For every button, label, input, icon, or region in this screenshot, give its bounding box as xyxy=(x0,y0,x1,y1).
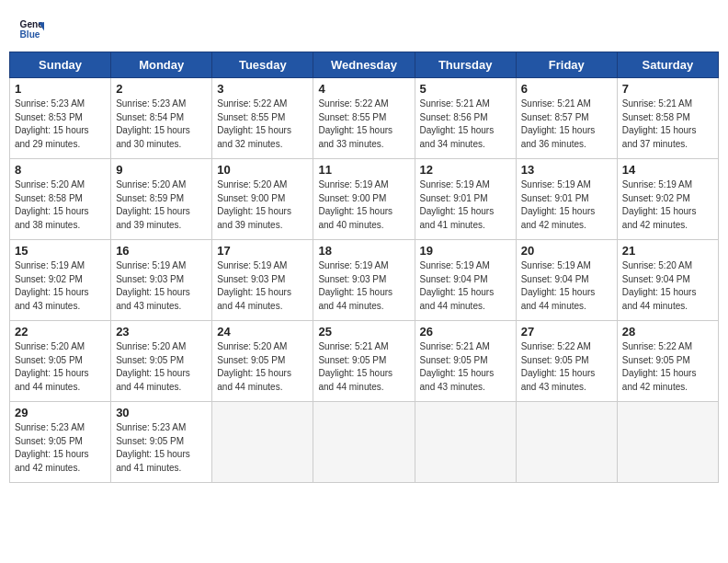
calendar-cell: 10 Sunrise: 5:20 AMSunset: 9:00 PMDaylig… xyxy=(212,159,313,240)
day-info: Sunrise: 5:19 AMSunset: 9:02 PMDaylight:… xyxy=(15,260,89,311)
day-info: Sunrise: 5:19 AMSunset: 9:03 PMDaylight:… xyxy=(116,260,190,311)
day-info: Sunrise: 5:23 AMSunset: 9:05 PMDaylight:… xyxy=(15,422,89,473)
calendar-cell: 27 Sunrise: 5:22 AMSunset: 9:05 PMDaylig… xyxy=(516,321,617,402)
day-number: 14 xyxy=(622,163,713,177)
calendar-cell: 17 Sunrise: 5:19 AMSunset: 9:03 PMDaylig… xyxy=(212,240,313,321)
calendar-cell: 2 Sunrise: 5:23 AMSunset: 8:54 PMDayligh… xyxy=(111,78,212,159)
day-number: 18 xyxy=(318,244,409,258)
day-number: 13 xyxy=(521,163,612,177)
day-number: 10 xyxy=(217,163,308,177)
day-number: 1 xyxy=(15,82,106,96)
calendar-week-row: 1 Sunrise: 5:23 AMSunset: 8:53 PMDayligh… xyxy=(10,78,719,159)
day-number: 30 xyxy=(116,406,207,419)
calendar-cell: 12 Sunrise: 5:19 AMSunset: 9:01 PMDaylig… xyxy=(415,159,516,240)
day-info: Sunrise: 5:21 AMSunset: 9:05 PMDaylight:… xyxy=(420,341,495,392)
day-info: Sunrise: 5:19 AMSunset: 9:03 PMDaylight:… xyxy=(318,260,392,311)
calendar-cell: 30 Sunrise: 5:23 AMSunset: 9:05 PMDaylig… xyxy=(111,402,212,483)
day-info: Sunrise: 5:21 AMSunset: 9:05 PMDaylight:… xyxy=(318,341,392,392)
calendar-cell: 21 Sunrise: 5:20 AMSunset: 9:04 PMDaylig… xyxy=(617,240,718,321)
calendar-week-row: 29 Sunrise: 5:23 AMSunset: 9:05 PMDaylig… xyxy=(10,402,719,483)
day-info: Sunrise: 5:21 AMSunset: 8:56 PMDaylight:… xyxy=(420,98,495,149)
calendar-cell: 8 Sunrise: 5:20 AMSunset: 8:58 PMDayligh… xyxy=(10,159,111,240)
calendar-cell: 29 Sunrise: 5:23 AMSunset: 9:05 PMDaylig… xyxy=(10,402,111,483)
calendar-cell: 25 Sunrise: 5:21 AMSunset: 9:05 PMDaylig… xyxy=(313,321,415,402)
calendar-cell: 18 Sunrise: 5:19 AMSunset: 9:03 PMDaylig… xyxy=(313,240,415,321)
day-info: Sunrise: 5:22 AMSunset: 8:55 PMDaylight:… xyxy=(217,98,291,149)
col-header-monday: Monday xyxy=(111,52,212,78)
day-number: 6 xyxy=(521,82,612,96)
calendar-header-row: SundayMondayTuesdayWednesdayThursdayFrid… xyxy=(10,52,719,78)
day-number: 27 xyxy=(521,325,612,339)
day-number: 26 xyxy=(420,325,511,339)
day-number: 20 xyxy=(521,244,612,258)
calendar-cell: 23 Sunrise: 5:20 AMSunset: 9:05 PMDaylig… xyxy=(111,321,212,402)
calendar-week-row: 15 Sunrise: 5:19 AMSunset: 9:02 PMDaylig… xyxy=(10,240,719,321)
day-info: Sunrise: 5:23 AMSunset: 9:05 PMDaylight:… xyxy=(116,422,190,473)
calendar-cell: 22 Sunrise: 5:20 AMSunset: 9:05 PMDaylig… xyxy=(10,321,111,402)
day-number: 4 xyxy=(318,82,409,96)
day-number: 16 xyxy=(116,244,207,258)
calendar-week-row: 8 Sunrise: 5:20 AMSunset: 8:58 PMDayligh… xyxy=(10,159,719,240)
day-number: 11 xyxy=(318,163,409,177)
day-info: Sunrise: 5:19 AMSunset: 9:00 PMDaylight:… xyxy=(318,179,392,230)
day-number: 24 xyxy=(217,325,308,339)
day-number: 3 xyxy=(217,82,308,96)
day-info: Sunrise: 5:20 AMSunset: 9:04 PMDaylight:… xyxy=(622,260,697,311)
calendar-cell: 19 Sunrise: 5:19 AMSunset: 9:04 PMDaylig… xyxy=(415,240,516,321)
day-number: 15 xyxy=(15,244,106,258)
calendar-cell xyxy=(212,402,313,483)
day-info: Sunrise: 5:22 AMSunset: 8:55 PMDaylight:… xyxy=(318,98,392,149)
logo: General Blue xyxy=(18,17,44,42)
col-header-friday: Friday xyxy=(516,52,617,78)
calendar-cell: 4 Sunrise: 5:22 AMSunset: 8:55 PMDayligh… xyxy=(313,78,415,159)
day-number: 5 xyxy=(420,82,511,96)
day-info: Sunrise: 5:22 AMSunset: 9:05 PMDaylight:… xyxy=(622,341,697,392)
calendar-cell: 9 Sunrise: 5:20 AMSunset: 8:59 PMDayligh… xyxy=(111,159,212,240)
day-number: 29 xyxy=(15,406,106,419)
calendar-cell: 20 Sunrise: 5:19 AMSunset: 9:04 PMDaylig… xyxy=(516,240,617,321)
day-info: Sunrise: 5:19 AMSunset: 9:04 PMDaylight:… xyxy=(420,260,495,311)
logo-icon: General Blue xyxy=(18,17,44,42)
calendar-cell: 28 Sunrise: 5:22 AMSunset: 9:05 PMDaylig… xyxy=(617,321,718,402)
calendar-cell: 6 Sunrise: 5:21 AMSunset: 8:57 PMDayligh… xyxy=(516,78,617,159)
col-header-thursday: Thursday xyxy=(415,52,516,78)
day-number: 22 xyxy=(15,325,106,339)
day-info: Sunrise: 5:20 AMSunset: 9:05 PMDaylight:… xyxy=(116,341,190,392)
day-number: 25 xyxy=(318,325,409,339)
calendar-cell xyxy=(313,402,415,483)
header: General Blue xyxy=(9,9,719,48)
day-number: 28 xyxy=(622,325,713,339)
col-header-tuesday: Tuesday xyxy=(212,52,313,78)
day-info: Sunrise: 5:21 AMSunset: 8:58 PMDaylight:… xyxy=(622,98,697,149)
day-number: 9 xyxy=(116,163,207,177)
calendar-cell xyxy=(617,402,718,483)
calendar-cell: 24 Sunrise: 5:20 AMSunset: 9:05 PMDaylig… xyxy=(212,321,313,402)
day-info: Sunrise: 5:19 AMSunset: 9:04 PMDaylight:… xyxy=(521,260,596,311)
calendar-week-row: 22 Sunrise: 5:20 AMSunset: 9:05 PMDaylig… xyxy=(10,321,719,402)
col-header-wednesday: Wednesday xyxy=(313,52,415,78)
day-info: Sunrise: 5:20 AMSunset: 8:58 PMDaylight:… xyxy=(15,179,89,230)
day-info: Sunrise: 5:21 AMSunset: 8:57 PMDaylight:… xyxy=(521,98,596,149)
day-number: 12 xyxy=(420,163,511,177)
day-number: 7 xyxy=(622,82,713,96)
day-info: Sunrise: 5:23 AMSunset: 8:54 PMDaylight:… xyxy=(116,98,190,149)
calendar-cell: 16 Sunrise: 5:19 AMSunset: 9:03 PMDaylig… xyxy=(111,240,212,321)
day-number: 2 xyxy=(116,82,207,96)
day-number: 19 xyxy=(420,244,511,258)
calendar-cell: 1 Sunrise: 5:23 AMSunset: 8:53 PMDayligh… xyxy=(10,78,111,159)
day-info: Sunrise: 5:23 AMSunset: 8:53 PMDaylight:… xyxy=(15,98,89,149)
day-info: Sunrise: 5:20 AMSunset: 9:05 PMDaylight:… xyxy=(15,341,89,392)
calendar-cell: 11 Sunrise: 5:19 AMSunset: 9:00 PMDaylig… xyxy=(313,159,415,240)
calendar-cell xyxy=(516,402,617,483)
calendar-cell xyxy=(415,402,516,483)
day-info: Sunrise: 5:20 AMSunset: 9:05 PMDaylight:… xyxy=(217,341,291,392)
day-number: 17 xyxy=(217,244,308,258)
day-number: 8 xyxy=(15,163,106,177)
day-info: Sunrise: 5:19 AMSunset: 9:01 PMDaylight:… xyxy=(521,179,596,230)
day-info: Sunrise: 5:19 AMSunset: 9:02 PMDaylight:… xyxy=(622,179,697,230)
calendar-cell: 14 Sunrise: 5:19 AMSunset: 9:02 PMDaylig… xyxy=(617,159,718,240)
calendar-cell: 3 Sunrise: 5:22 AMSunset: 8:55 PMDayligh… xyxy=(212,78,313,159)
day-info: Sunrise: 5:20 AMSunset: 9:00 PMDaylight:… xyxy=(217,179,291,230)
calendar-table: SundayMondayTuesdayWednesdayThursdayFrid… xyxy=(9,52,719,483)
col-header-sunday: Sunday xyxy=(10,52,111,78)
